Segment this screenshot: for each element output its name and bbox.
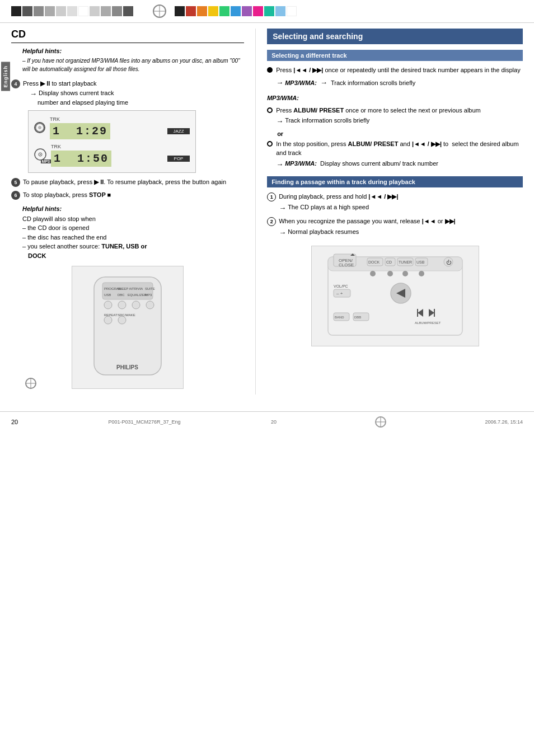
display-2-label: POP — [167, 156, 190, 162]
strip-2 — [22, 6, 32, 16]
step-5: 5 To pause playback, press ▶ II. To resu… — [11, 177, 244, 187]
right-passage-step-1-arrow: → The CD plays at a high speed — [279, 203, 398, 214]
strip-10 — [112, 6, 122, 16]
bullet-2 — [267, 107, 273, 113]
main-content: English CD Helpful hints: – If you have … — [0, 23, 534, 400]
hint2-line4: – you select another source: TUNER, USB … — [22, 242, 244, 251]
mp3-wma-title: MP3/WMA: — [267, 93, 523, 103]
svg-text:SLEEP AI: SLEEP AI — [118, 287, 133, 290]
subsection-1-header: Selecting a different track — [267, 50, 523, 61]
right-step-3: In the stop position, press ALBUM/ PRESE… — [267, 139, 523, 170]
svg-text:DBC: DBC — [118, 293, 125, 297]
step-6-content: To stop playback, press STOP ■ — [23, 190, 244, 200]
footer-page-inner: 20 — [271, 419, 277, 425]
step-5-content: To pause playback, press ▶ II. To resume… — [23, 177, 244, 187]
svg-text:CLOSE: CLOSE — [339, 262, 354, 267]
display-1-numbers: 1 1:29 — [50, 123, 110, 139]
mp3-wma-subsection: MP3/WMA: Press ALBUM/ PRESET once or mor… — [267, 93, 523, 170]
svg-text:PHILIPS: PHILIPS — [116, 364, 138, 370]
hint2-line1: CD playwill also stop when — [22, 214, 244, 224]
remote-svg-left: PROGRAM SLEEP AI TRIVIA SUITE USB DBC EQ… — [77, 271, 178, 383]
rstrip-1 — [175, 6, 185, 16]
svg-point-22 — [104, 316, 112, 324]
section-header: Selecting and searching — [267, 29, 523, 44]
right-passage-step-2: 2 When you recognize the passage you wan… — [267, 217, 523, 238]
svg-rect-7 — [102, 283, 153, 299]
svg-point-5 — [40, 154, 41, 155]
strip-6 — [67, 6, 77, 16]
step-5-circle: 5 — [11, 178, 20, 187]
rstrip-8 — [253, 6, 263, 16]
rstrip-5 — [219, 6, 229, 16]
right-step-2: Press ALBUM/ PRESET once or more to sele… — [267, 106, 523, 127]
svg-text:REPEAT: REPEAT — [104, 313, 118, 317]
remote-control-right: OPEN/ CLOSE DOCK CD TUNER USB ⏻ — [311, 246, 479, 346]
svg-point-41 — [370, 271, 376, 276]
left-color-strips — [11, 6, 133, 16]
crosshair-left — [153, 4, 166, 18]
svg-text:⏻: ⏻ — [446, 260, 452, 265]
strip-11 — [123, 6, 133, 16]
strip-3 — [34, 6, 44, 16]
display-1: TRK 1 1:29 JAZZ — [34, 116, 190, 139]
crosshair-bottom-left — [17, 378, 45, 389]
right-passage-step-1-content: During playback, press and hold |◄◄ / ▶▶… — [279, 192, 398, 213]
svg-text:SUITE: SUITE — [145, 287, 155, 290]
svg-text:BAND: BAND — [335, 316, 344, 319]
strip-5 — [56, 6, 66, 16]
right-passage-step-1-circle: 1 — [267, 192, 276, 201]
rstrip-6 — [231, 6, 241, 16]
step-6: 6 To stop playback, press STOP ■ — [11, 190, 244, 200]
display-1-trk: TRK — [50, 116, 190, 122]
hint2-line2: – the CD door is opened — [22, 223, 244, 233]
hint-text: – If you have not organized MP3/WMA file… — [22, 57, 244, 73]
svg-text:USB: USB — [104, 293, 111, 297]
right-step-1-arrow: → MP3/WMA: → Track information scrolls b… — [276, 77, 521, 88]
rstrip-3 — [197, 6, 207, 16]
display-2-trk: TRK — [51, 144, 190, 149]
svg-point-17 — [118, 301, 126, 309]
hint2-line3: – the disc has reached the end — [22, 233, 244, 242]
step-4-text: Press ▶ II to start playback — [23, 79, 244, 88]
right-step-2-content: Press ALBUM/ PRESET once or more to sele… — [276, 106, 481, 127]
helpful-hints2-label: Helpful hints: — [22, 205, 244, 212]
rstrip-7 — [242, 6, 252, 16]
svg-point-19 — [146, 301, 154, 309]
crosshair-footer — [375, 416, 386, 428]
rstrip-11 — [287, 6, 297, 16]
svg-point-44 — [419, 271, 424, 276]
svg-point-23 — [118, 316, 126, 324]
hint2-line5: DOCK — [22, 251, 244, 261]
display-2-content: TRK 1 1:50 POP — [51, 144, 190, 167]
display-1-label: JAZZ — [167, 128, 190, 134]
svg-point-16 — [104, 301, 112, 309]
strip-7 — [78, 6, 88, 16]
svg-text:ALBUM/PRESET: ALBUM/PRESET — [415, 321, 441, 325]
footer-code: P001-P031_MCM276R_37_Eng — [109, 419, 181, 425]
strip-4 — [45, 6, 55, 16]
bullet-1 — [267, 67, 273, 73]
right-passage-step-2-arrow: → Normal playback resumes — [279, 227, 455, 238]
footer-date: 2006.7.26, 15:14 — [485, 419, 523, 425]
step-4-content: Press ▶ II to start playback → Display s… — [23, 79, 244, 106]
svg-text:TRIVIA: TRIVIA — [132, 287, 143, 290]
or-text: or — [277, 130, 523, 137]
svg-text:SRC/WAKE: SRC/WAKE — [118, 313, 135, 317]
bottom-bar: 20 P001-P031_MCM276R_37_Eng 20 2006.7.26… — [0, 411, 534, 432]
step-4: 4 Press ▶ II to start playback → Display… — [11, 79, 244, 106]
bullet-3 — [267, 141, 273, 147]
remote-control-left: PROGRAM SLEEP AI TRIVIA SUITE USB DBC EQ… — [72, 266, 184, 389]
cd-title: CD — [11, 29, 244, 43]
mp3-badge: MP3 — [41, 159, 51, 163]
strip-9 — [101, 6, 111, 16]
mp3-icon-container: MP3 — [34, 148, 46, 162]
step-4-arrow2: → number and elapsed playing time — [30, 99, 244, 106]
svg-text:USB: USB — [416, 260, 425, 264]
svg-text:CD: CD — [386, 260, 392, 264]
svg-point-42 — [387, 271, 393, 276]
svg-point-18 — [132, 301, 140, 309]
right-color-strips — [175, 6, 297, 16]
display-2-numbers: 1 1:50 — [51, 151, 111, 167]
svg-text:DOCK: DOCK — [368, 260, 380, 264]
hint2-lines: CD playwill also stop when – the CD door… — [22, 214, 244, 261]
